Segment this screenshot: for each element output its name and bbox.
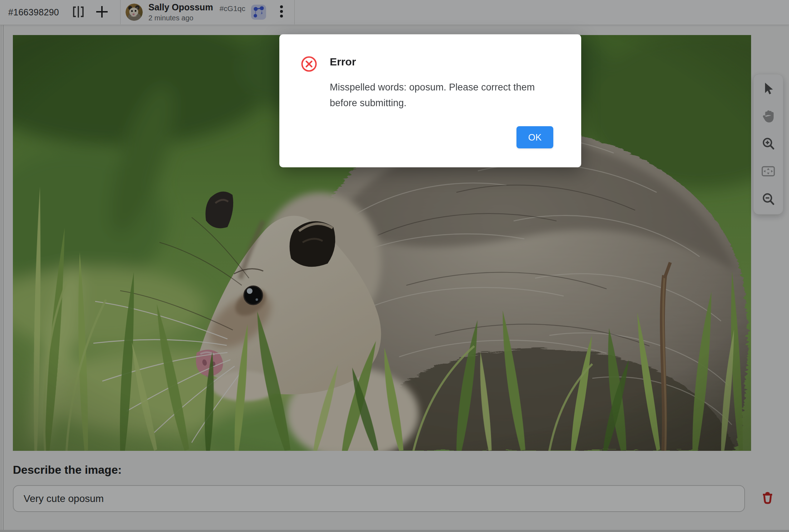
dialog-title: Error	[330, 56, 356, 68]
error-dialog: Error Misspelled words: oposum. Please c…	[279, 34, 581, 167]
error-circle-x-icon	[301, 56, 317, 72]
ok-button[interactable]: OK	[516, 126, 553, 148]
dialog-message: Misspelled words: oposum. Please correct…	[330, 79, 544, 111]
